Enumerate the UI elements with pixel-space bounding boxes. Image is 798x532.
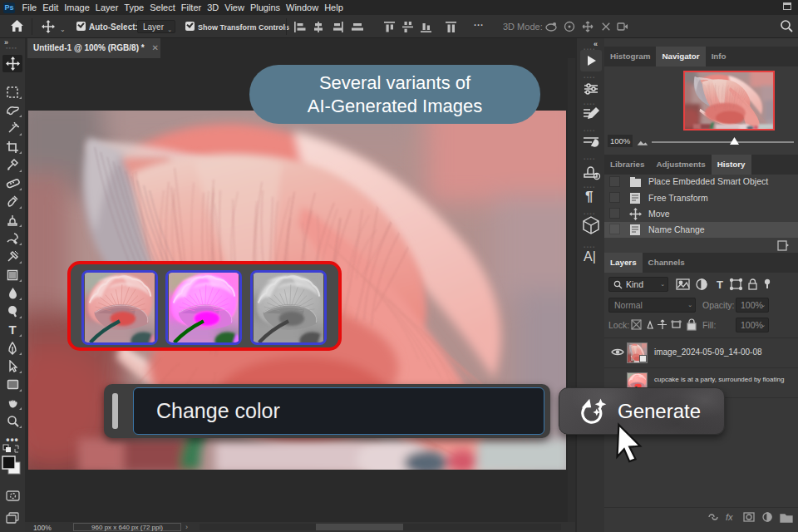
- svg-text:T: T: [717, 278, 723, 291]
- svg-text:fx: fx: [726, 512, 733, 522]
